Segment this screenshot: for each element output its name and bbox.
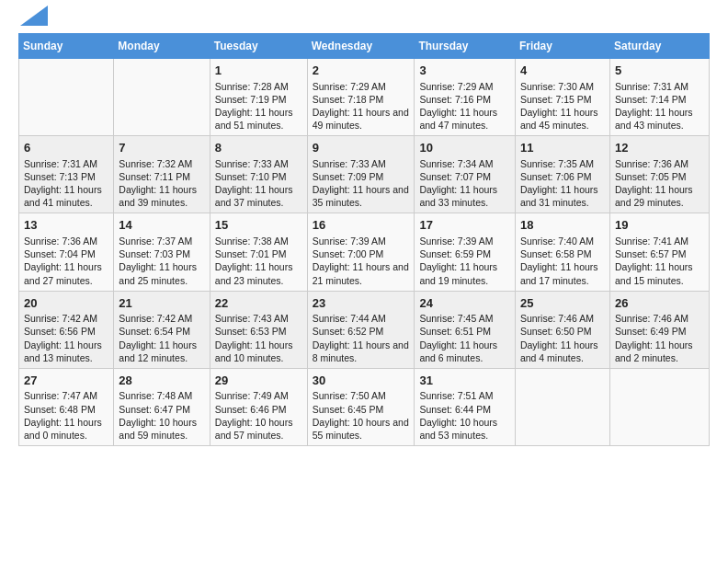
- day-number: 12: [615, 140, 704, 156]
- daylight: Daylight: 11 hours and 21 minutes.: [313, 261, 409, 285]
- day-number: 6: [24, 140, 108, 156]
- daylight: Daylight: 11 hours and 10 minutes.: [215, 339, 293, 363]
- sunrise: Sunrise: 7:48 AM: [119, 390, 192, 401]
- cell-week4-day5: 24Sunrise: 7:45 AMSunset: 6:51 PMDayligh…: [415, 291, 516, 368]
- sunrise: Sunrise: 7:33 AM: [215, 158, 289, 169]
- sunset: Sunset: 7:03 PM: [119, 248, 190, 259]
- sunset: Sunset: 6:59 PM: [419, 248, 491, 259]
- day-number: 11: [520, 140, 605, 156]
- cell-week3-day7: 19Sunrise: 7:41 AMSunset: 6:57 PMDayligh…: [609, 213, 709, 291]
- day-number: 30: [313, 373, 410, 389]
- logo: [18, 11, 48, 26]
- cell-week5-day5: 31Sunrise: 7:51 AMSunset: 6:44 PMDayligh…: [415, 368, 516, 445]
- day-number: 18: [520, 217, 605, 234]
- cell-week1-day2: [114, 59, 210, 136]
- daylight: Daylight: 11 hours and 37 minutes.: [215, 184, 293, 208]
- cell-week1-day3: 1Sunrise: 7:28 AMSunset: 7:19 PMDaylight…: [210, 59, 307, 136]
- week-row-3: 13Sunrise: 7:36 AMSunset: 7:04 PMDayligh…: [19, 213, 710, 291]
- calendar-container: SundayMondayTuesdayWednesdayThursdayFrid…: [0, 29, 728, 455]
- sunrise: Sunrise: 7:33 AM: [313, 158, 386, 169]
- sunset: Sunset: 7:07 PM: [419, 171, 491, 182]
- cell-week2-day3: 8Sunrise: 7:33 AMSunset: 7:10 PMDaylight…: [210, 136, 307, 213]
- cell-week3-day4: 16Sunrise: 7:39 AMSunset: 7:00 PMDayligh…: [307, 213, 415, 291]
- cell-week2-day2: 7Sunrise: 7:32 AMSunset: 7:11 PMDaylight…: [114, 136, 210, 213]
- sunset: Sunset: 6:57 PM: [615, 248, 687, 259]
- svg-marker-0: [20, 6, 48, 26]
- col-header-thursday: Thursday: [415, 34, 516, 59]
- daylight: Daylight: 11 hours and 15 minutes.: [615, 261, 693, 285]
- col-header-saturday: Saturday: [609, 34, 709, 59]
- sunset: Sunset: 7:14 PM: [615, 94, 687, 105]
- cell-week5-day2: 28Sunrise: 7:48 AMSunset: 6:47 PMDayligh…: [114, 368, 210, 445]
- day-number: 8: [215, 140, 302, 156]
- daylight: Daylight: 11 hours and 35 minutes.: [313, 184, 409, 208]
- cell-week2-day5: 10Sunrise: 7:34 AMSunset: 7:07 PMDayligh…: [415, 136, 516, 213]
- daylight: Daylight: 10 hours and 59 minutes.: [119, 417, 197, 441]
- sunrise: Sunrise: 7:39 AM: [419, 236, 493, 247]
- day-number: 20: [24, 295, 108, 312]
- sunset: Sunset: 7:05 PM: [615, 171, 687, 182]
- sunrise: Sunrise: 7:42 AM: [119, 313, 192, 324]
- sunrise: Sunrise: 7:41 AM: [615, 236, 688, 247]
- day-number: 1: [215, 63, 302, 79]
- sunrise: Sunrise: 7:30 AM: [520, 81, 594, 92]
- day-number: 25: [520, 295, 605, 312]
- cell-week4-day4: 23Sunrise: 7:44 AMSunset: 6:52 PMDayligh…: [307, 291, 415, 368]
- sunset: Sunset: 7:19 PM: [215, 94, 287, 105]
- daylight: Daylight: 11 hours and 49 minutes.: [313, 107, 409, 131]
- sunset: Sunset: 7:10 PM: [215, 171, 287, 182]
- day-number: 17: [419, 217, 510, 234]
- cell-week2-day6: 11Sunrise: 7:35 AMSunset: 7:06 PMDayligh…: [515, 136, 609, 213]
- sunrise: Sunrise: 7:47 AM: [24, 390, 97, 401]
- sunrise: Sunrise: 7:36 AM: [24, 236, 97, 247]
- cell-week1-day6: 4Sunrise: 7:30 AMSunset: 7:15 PMDaylight…: [515, 59, 609, 136]
- daylight: Daylight: 11 hours and 31 minutes.: [520, 184, 598, 208]
- sunrise: Sunrise: 7:43 AM: [215, 313, 289, 324]
- sunrise: Sunrise: 7:38 AM: [215, 236, 289, 247]
- cell-week1-day7: 5Sunrise: 7:31 AMSunset: 7:14 PMDaylight…: [609, 59, 709, 136]
- sunset: Sunset: 6:53 PM: [215, 326, 287, 337]
- cell-week3-day1: 13Sunrise: 7:36 AMSunset: 7:04 PMDayligh…: [19, 213, 114, 291]
- sunset: Sunset: 7:16 PM: [419, 94, 491, 105]
- sunset: Sunset: 7:00 PM: [313, 248, 384, 259]
- col-header-sunday: Sunday: [19, 34, 114, 59]
- day-number: 9: [313, 140, 410, 156]
- sunset: Sunset: 7:01 PM: [215, 248, 287, 259]
- sunrise: Sunrise: 7:45 AM: [419, 313, 493, 324]
- cell-week2-day7: 12Sunrise: 7:36 AMSunset: 7:05 PMDayligh…: [609, 136, 709, 213]
- day-number: 15: [215, 217, 302, 234]
- sunset: Sunset: 6:45 PM: [313, 404, 384, 415]
- day-number: 13: [24, 217, 108, 234]
- week-row-5: 27Sunrise: 7:47 AMSunset: 6:48 PMDayligh…: [19, 368, 710, 445]
- day-number: 19: [615, 217, 704, 234]
- sunset: Sunset: 7:11 PM: [119, 171, 190, 182]
- daylight: Daylight: 11 hours and 23 minutes.: [215, 261, 293, 285]
- daylight: Daylight: 11 hours and 33 minutes.: [419, 184, 497, 208]
- col-header-tuesday: Tuesday: [210, 34, 307, 59]
- daylight: Daylight: 11 hours and 27 minutes.: [24, 261, 102, 285]
- sunrise: Sunrise: 7:49 AM: [215, 390, 289, 401]
- day-number: 5: [615, 63, 704, 79]
- day-number: 10: [419, 140, 510, 156]
- daylight: Daylight: 10 hours and 55 minutes.: [313, 417, 409, 441]
- sunset: Sunset: 7:04 PM: [24, 248, 96, 259]
- sunset: Sunset: 6:44 PM: [419, 404, 491, 415]
- sunset: Sunset: 6:50 PM: [520, 326, 592, 337]
- day-number: 24: [419, 295, 510, 312]
- sunrise: Sunrise: 7:42 AM: [24, 313, 97, 324]
- daylight: Daylight: 11 hours and 6 minutes.: [419, 339, 497, 363]
- day-number: 7: [119, 140, 204, 156]
- day-number: 27: [24, 373, 108, 389]
- daylight: Daylight: 11 hours and 8 minutes.: [313, 339, 409, 363]
- cell-week3-day3: 15Sunrise: 7:38 AMSunset: 7:01 PMDayligh…: [210, 213, 307, 291]
- cell-week2-day4: 9Sunrise: 7:33 AMSunset: 7:09 PMDaylight…: [307, 136, 415, 213]
- sunset: Sunset: 6:52 PM: [313, 326, 384, 337]
- week-row-1: 1Sunrise: 7:28 AMSunset: 7:19 PMDaylight…: [19, 59, 710, 136]
- sunset: Sunset: 6:51 PM: [419, 326, 491, 337]
- day-number: 28: [119, 373, 204, 389]
- sunset: Sunset: 6:47 PM: [119, 404, 190, 415]
- sunrise: Sunrise: 7:50 AM: [313, 390, 386, 401]
- sunset: Sunset: 7:09 PM: [313, 171, 384, 182]
- daylight: Daylight: 11 hours and 13 minutes.: [24, 339, 102, 363]
- daylight: Daylight: 11 hours and 45 minutes.: [520, 107, 598, 131]
